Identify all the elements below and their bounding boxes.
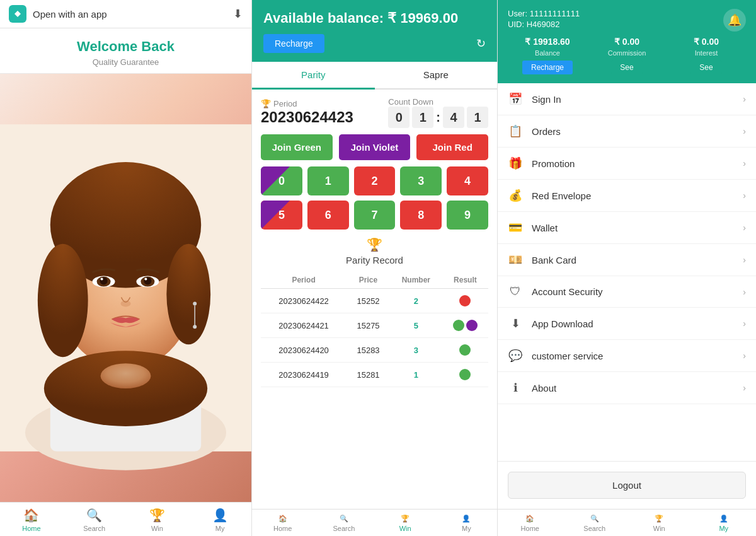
mid-home-icon: 🏠 — [278, 515, 287, 523]
tab-parity[interactable]: Parity — [252, 62, 375, 90]
welcome-subtitle: Quality Guarantee — [0, 57, 251, 67]
menu-item-bank-card[interactable]: 💴Bank Card› — [498, 244, 756, 276]
record-result-2 — [442, 338, 488, 363]
user-icon: 👤 — [212, 508, 228, 523]
left-nav-home[interactable]: 🏠 Home — [0, 503, 63, 536]
menu-item-promotion[interactable]: 🎁Promotion› — [498, 148, 756, 180]
mid-nav-home[interactable]: 🏠 Home — [252, 510, 313, 536]
col-result: Result — [442, 272, 488, 289]
parity-body: 🏆 Period 20230624423 Count Down 0 1 : 4 … — [252, 90, 497, 509]
menu-item-account-security[interactable]: 🛡Account Security› — [498, 276, 756, 308]
right-recharge-button[interactable]: Recharge — [522, 61, 573, 74]
user-header: User: 11111111111 UID: H469082 🔔 ₹ 19918… — [498, 0, 756, 83]
wallet-icon: 💳 — [508, 221, 523, 235]
chevron-down-icon-app-download: › — [743, 318, 746, 329]
number-cell-0[interactable]: 0 — [261, 166, 302, 195]
number-cell-5[interactable]: 5 — [261, 201, 302, 230]
notification-bell[interactable]: 🔔 — [723, 9, 746, 32]
number-cell-3[interactable]: 3 — [400, 166, 442, 195]
number-cell-4[interactable]: 4 — [447, 166, 488, 195]
mid-bottom-nav: 🏠 Home 🔍 Search 🏆 Win 👤 My — [252, 509, 497, 536]
cd-box-1: 1 — [412, 107, 433, 128]
left-nav-my[interactable]: 👤 My — [188, 503, 251, 536]
mid-recharge-button[interactable]: Recharge — [263, 34, 324, 53]
menu-item-red-envelope[interactable]: 💰Red Envelope› — [498, 180, 756, 212]
menu-label-bank-card: Bank Card — [532, 255, 576, 265]
right-search-icon: 🔍 — [590, 515, 599, 523]
diag-overlay-0 — [261, 166, 290, 195]
mid-nav-my[interactable]: 👤 My — [436, 510, 497, 536]
col-price: Price — [346, 272, 390, 289]
panel-left: Open with an app ⬇ Welcome Back Quality … — [0, 0, 252, 536]
number-cell-9[interactable]: 9 — [447, 201, 488, 230]
record-period-0: 20230624422 — [261, 289, 346, 313]
menu-list: 📅Sign In›📋Orders›🎁Promotion›💰Red Envelop… — [498, 83, 756, 461]
table-row: 20230624422152522 — [261, 289, 488, 313]
record-result-0 — [442, 289, 488, 313]
menu-item-left-wallet: 💳Wallet — [508, 221, 558, 235]
right-nav-home[interactable]: 🏠 Home — [498, 510, 563, 536]
menu-item-left-promotion: 🎁Promotion — [508, 156, 575, 170]
user-info-row: User: 11111111111 — [508, 9, 746, 18]
number-cell-6[interactable]: 6 — [307, 201, 349, 230]
left-nav-search[interactable]: 🔍 Search — [63, 503, 126, 536]
join-green-button[interactable]: Join Green — [261, 134, 333, 160]
svg-point-12 — [101, 278, 103, 281]
chevron-down-icon-customer-service: › — [743, 351, 746, 361]
svg-point-21 — [101, 363, 151, 388]
refresh-icon[interactable]: ↻ — [476, 37, 486, 50]
trophy-small-icon: 🏆 — [261, 99, 271, 108]
menu-item-customer-service[interactable]: 💬customer service› — [498, 340, 756, 372]
result-dot — [459, 344, 471, 356]
join-red-button[interactable]: Join Red — [416, 134, 488, 160]
menu-item-app-download[interactable]: ⬇App Download› — [498, 308, 756, 340]
record-number-1: 5 — [390, 313, 442, 338]
record-price-1: 15275 — [346, 313, 390, 338]
right-nav-my[interactable]: 👤 My — [692, 510, 757, 536]
menu-item-wallet[interactable]: 💳Wallet› — [498, 212, 756, 244]
commission-amount: ₹ 0.00 — [587, 37, 667, 47]
period-row: 🏆 Period 20230624423 Count Down 0 1 : 4 … — [261, 97, 488, 128]
left-nav-win-label: Win — [151, 525, 163, 532]
balance-stats: ₹ 19918.60 Balance Recharge ₹ 0.00 Commi… — [508, 37, 746, 74]
menu-label-about: About — [532, 383, 556, 393]
svg-point-6 — [38, 244, 88, 358]
mid-nav-search[interactable]: 🔍 Search — [313, 510, 374, 536]
number-cell-8[interactable]: 8 — [400, 201, 442, 230]
left-nav-win[interactable]: 🏆 Win — [126, 503, 189, 536]
number-cell-7[interactable]: 7 — [354, 201, 396, 230]
logout-button[interactable]: Logout — [508, 472, 746, 499]
interest-see-button[interactable]: See — [690, 61, 721, 74]
right-win-icon: 🏆 — [655, 515, 663, 523]
parity-trophy-icon: 🏆 — [367, 237, 382, 252]
interest-amount: ₹ 0.00 — [667, 37, 746, 47]
welcome-section: Welcome Back Quality Guarantee — [0, 28, 251, 74]
number-cell-1[interactable]: 1 — [307, 166, 349, 195]
right-bottom-nav: 🏠 Home 🔍 Search 🏆 Win 👤 My — [498, 509, 756, 536]
number-cell-2[interactable]: 2 — [354, 166, 396, 195]
chevron-down-icon-orders: › — [743, 126, 746, 136]
menu-item-left-customer-service: 💬customer service — [508, 349, 603, 363]
mid-nav-win[interactable]: 🏆 Win — [375, 510, 436, 536]
menu-item-orders[interactable]: 📋Orders› — [498, 115, 756, 148]
join-violet-button[interactable]: Join Violet — [339, 134, 411, 160]
download-icon: ⬇ — [233, 7, 243, 21]
menu-item-about[interactable]: ℹAbout› — [498, 372, 756, 404]
right-nav-win[interactable]: 🏆 Win — [627, 510, 692, 536]
svg-point-16 — [144, 278, 147, 281]
tab-sapre[interactable]: Sapre — [375, 62, 498, 90]
col-period: Period — [261, 272, 346, 289]
mid-my-icon: 👤 — [462, 515, 471, 523]
menu-item-left-red-envelope: 💰Red Envelope — [508, 189, 591, 202]
menu-label-account-security: Account Security — [532, 286, 603, 297]
right-nav-search[interactable]: 🔍 Search — [563, 510, 627, 536]
open-with-app-bar[interactable]: Open with an app ⬇ — [0, 0, 251, 28]
menu-label-wallet: Wallet — [532, 223, 558, 233]
chevron-down-icon-wallet: › — [743, 223, 746, 233]
menu-item-sign-in[interactable]: 📅Sign In› — [498, 83, 756, 115]
bank-card-icon: 💴 — [508, 253, 523, 267]
uid-row: UID: H469082 — [508, 20, 746, 29]
table-row: 20230624421152755 — [261, 313, 488, 338]
menu-label-promotion: Promotion — [532, 158, 575, 169]
commission-see-button[interactable]: See — [611, 61, 642, 74]
